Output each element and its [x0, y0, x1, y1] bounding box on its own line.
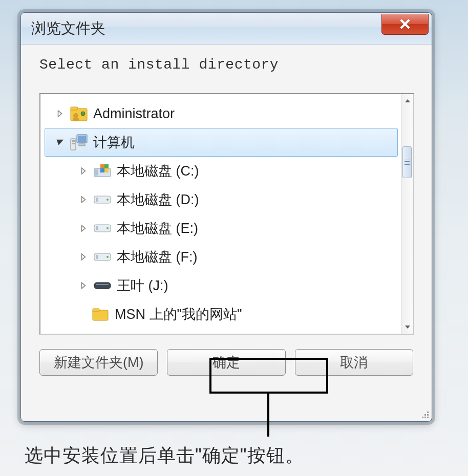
- scrollbar-vertical[interactable]: [401, 94, 413, 334]
- svg-rect-21: [96, 226, 98, 230]
- scroll-thumb[interactable]: [402, 146, 412, 178]
- svg-rect-29: [93, 309, 99, 312]
- tree-item-label: 王叶 (J:): [117, 276, 168, 295]
- svg-rect-8: [72, 140, 75, 142]
- scroll-track[interactable]: [401, 106, 413, 321]
- expand-arrow-right-icon[interactable]: [53, 107, 67, 120]
- svg-rect-24: [96, 255, 98, 259]
- button-row: 新建文件夹(M) 确定 取消: [39, 349, 413, 376]
- tree-item-label: Administrator: [93, 106, 175, 122]
- titlebar: 浏览文件夹: [21, 13, 432, 45]
- user-folder-icon: [69, 103, 89, 124]
- svg-rect-13: [100, 164, 104, 168]
- tree-item[interactable]: 王叶 (J:): [44, 271, 398, 300]
- svg-rect-14: [104, 164, 109, 168]
- tree-item[interactable]: Administrator: [44, 99, 398, 128]
- drive-icon: [92, 189, 113, 210]
- svg-rect-6: [78, 136, 86, 142]
- cancel-button[interactable]: 取消: [295, 349, 413, 376]
- svg-point-25: [107, 256, 109, 258]
- svg-point-22: [107, 227, 109, 229]
- svg-rect-15: [100, 168, 104, 172]
- expand-arrow-right-icon[interactable]: [77, 222, 90, 235]
- svg-point-2: [73, 113, 78, 118]
- folder-icon: [90, 304, 111, 324]
- svg-rect-3: [73, 118, 79, 121]
- drive-icon: [92, 218, 113, 239]
- scroll-down-button[interactable]: [402, 321, 413, 333]
- folder-tree: Administrator计算机本地磁盘 (C:)本地磁盘 (D:)本地磁盘 (…: [39, 93, 414, 335]
- drive-icon: [92, 247, 113, 267]
- svg-rect-16: [104, 168, 109, 172]
- tree-item-label: 本地磁盘 (C:): [117, 162, 199, 180]
- tree-item-label: 本地磁盘 (E:): [117, 219, 198, 237]
- dialog-title: 浏览文件夹: [31, 18, 105, 39]
- tree-item[interactable]: 本地磁盘 (D:): [44, 185, 398, 214]
- expand-arrow-right-icon[interactable]: [77, 250, 90, 264]
- tree-item[interactable]: MSN 上的"我的网站": [44, 300, 398, 329]
- callout-line: [267, 394, 269, 437]
- ok-button[interactable]: 确定: [167, 349, 285, 376]
- tree-item-label: MSN 上的"我的网站": [115, 305, 242, 323]
- expand-arrow-right-icon[interactable]: [77, 164, 90, 178]
- tree-item[interactable]: 计算机: [45, 128, 398, 157]
- svg-rect-10: [79, 144, 85, 146]
- scroll-up-button[interactable]: [402, 95, 413, 106]
- svg-rect-18: [96, 198, 98, 202]
- expand-arrow-down-icon[interactable]: [53, 136, 67, 149]
- tree-item[interactable]: 本地磁盘 (C:): [44, 157, 398, 185]
- svg-rect-26: [94, 283, 111, 289]
- expand-arrow-right-icon[interactable]: [77, 279, 90, 292]
- svg-rect-9: [72, 143, 75, 144]
- scanner-icon: [92, 275, 113, 296]
- close-button[interactable]: [381, 14, 429, 35]
- close-icon: [398, 18, 412, 30]
- tree-item[interactable]: 本地磁盘 (F:): [44, 243, 398, 271]
- drive-win-icon: [92, 161, 113, 181]
- tree-item-label: 本地磁盘 (F:): [117, 248, 197, 266]
- caption-text: 选中安装位置后单击"确定"按钮。: [25, 443, 304, 468]
- computer-icon: [69, 132, 89, 153]
- expand-arrow-right-icon[interactable]: [77, 193, 90, 206]
- svg-rect-27: [96, 284, 109, 285]
- instruction-text: Select an install directory: [39, 57, 413, 73]
- tree-item-label: 计算机: [93, 133, 135, 152]
- tree-item[interactable]: 本地磁盘 (E:): [44, 214, 398, 243]
- resize-grip[interactable]: [419, 409, 429, 418]
- new-folder-button[interactable]: 新建文件夹(M): [39, 349, 158, 376]
- svg-point-4: [81, 112, 85, 116]
- svg-rect-12: [95, 169, 98, 176]
- svg-point-19: [107, 199, 109, 201]
- tree-item-label: 本地磁盘 (D:): [117, 190, 199, 209]
- svg-rect-1: [71, 107, 78, 110]
- browse-folder-dialog: 浏览文件夹 Select an install directory Admini…: [20, 12, 432, 422]
